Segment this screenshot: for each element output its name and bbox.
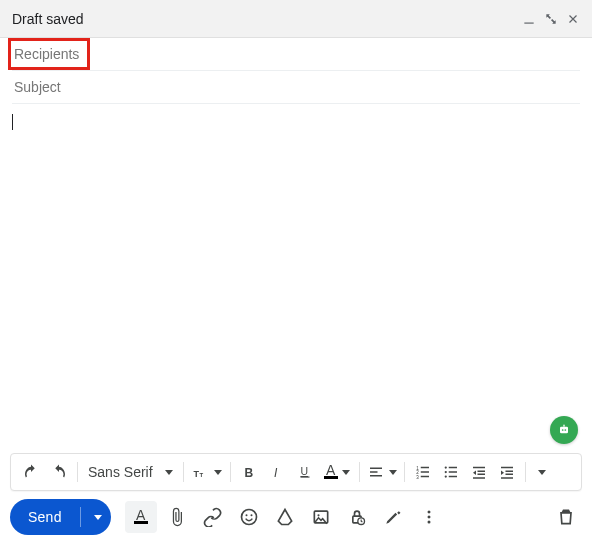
header-controls xyxy=(522,12,580,26)
toolbar-separator xyxy=(525,462,526,482)
svg-point-22 xyxy=(444,471,446,473)
svg-rect-4 xyxy=(563,425,564,427)
svg-rect-31 xyxy=(505,471,513,473)
compose-header: Draft saved xyxy=(0,0,592,38)
svg-rect-12 xyxy=(370,471,378,473)
more-options-button[interactable] xyxy=(413,501,445,533)
discard-draft-button[interactable] xyxy=(550,501,582,533)
svg-point-38 xyxy=(317,514,319,516)
svg-point-42 xyxy=(427,516,430,519)
svg-point-43 xyxy=(427,521,430,524)
svg-rect-11 xyxy=(370,468,382,470)
attach-file-button[interactable] xyxy=(161,501,193,533)
font-family-label: Sans Serif xyxy=(88,464,153,480)
svg-point-20 xyxy=(444,466,446,468)
svg-rect-17 xyxy=(420,471,428,473)
svg-point-34 xyxy=(241,510,256,525)
text-color-button[interactable]: A xyxy=(319,458,355,486)
svg-rect-10 xyxy=(300,477,309,478)
underline-button[interactable]: U xyxy=(291,458,319,486)
close-icon[interactable] xyxy=(566,12,580,26)
minimize-icon[interactable] xyxy=(522,12,536,26)
chevron-down-icon xyxy=(342,470,350,475)
svg-rect-27 xyxy=(477,471,485,473)
text-color-icon: A xyxy=(134,510,148,524)
chevron-down-icon xyxy=(538,470,546,475)
font-size-selector[interactable]: TT xyxy=(188,458,226,486)
svg-rect-21 xyxy=(448,467,456,469)
svg-point-35 xyxy=(245,514,247,516)
compose-icons: A xyxy=(125,501,445,533)
email-body[interactable] xyxy=(0,104,592,404)
undo-button[interactable] xyxy=(17,458,45,486)
insert-emoji-button[interactable] xyxy=(233,501,265,533)
insert-photo-button[interactable] xyxy=(305,501,337,533)
svg-rect-19 xyxy=(420,476,428,478)
svg-rect-25 xyxy=(448,476,456,478)
align-button[interactable] xyxy=(364,458,400,486)
subject-row xyxy=(12,71,580,104)
svg-text:T: T xyxy=(199,472,203,478)
svg-point-41 xyxy=(427,511,430,514)
chevron-down-icon xyxy=(214,470,222,475)
svg-rect-1 xyxy=(560,427,568,434)
recipients-field[interactable] xyxy=(12,38,580,70)
svg-point-3 xyxy=(564,429,566,431)
svg-rect-23 xyxy=(448,471,456,473)
svg-text:T: T xyxy=(193,469,199,479)
insert-drive-button[interactable] xyxy=(269,501,301,533)
send-button[interactable]: Send xyxy=(10,499,80,535)
send-button-group: Send xyxy=(10,499,111,535)
svg-point-24 xyxy=(444,475,446,477)
bold-button[interactable]: B xyxy=(235,458,263,486)
more-formatting-button[interactable] xyxy=(530,458,550,486)
chevron-down-icon xyxy=(94,515,102,520)
chevron-down-icon xyxy=(389,470,397,475)
insert-signature-button[interactable] xyxy=(377,501,409,533)
insert-link-button[interactable] xyxy=(197,501,229,533)
grammarly-icon[interactable] xyxy=(550,416,578,444)
header-title: Draft saved xyxy=(12,11,522,27)
svg-rect-0 xyxy=(524,22,533,23)
numbered-list-button[interactable]: 123 xyxy=(409,458,437,486)
toolbar-separator xyxy=(230,462,231,482)
subject-field[interactable] xyxy=(12,71,580,103)
svg-rect-26 xyxy=(473,467,485,469)
toolbar-separator xyxy=(183,462,184,482)
svg-text:U: U xyxy=(300,465,308,477)
chevron-down-icon xyxy=(165,470,173,475)
svg-point-2 xyxy=(562,429,564,431)
svg-rect-30 xyxy=(501,467,513,469)
svg-text:B: B xyxy=(244,466,253,480)
svg-rect-33 xyxy=(501,477,513,479)
svg-rect-15 xyxy=(420,467,428,469)
redo-button[interactable] xyxy=(45,458,73,486)
formatting-options-button[interactable]: A xyxy=(125,501,157,533)
italic-button[interactable]: I xyxy=(263,458,291,486)
svg-rect-32 xyxy=(505,474,513,476)
toolbar-separator xyxy=(404,462,405,482)
indent-less-button[interactable] xyxy=(465,458,493,486)
svg-point-36 xyxy=(250,514,252,516)
bulleted-list-button[interactable] xyxy=(437,458,465,486)
svg-text:I: I xyxy=(274,466,278,480)
compose-actions: Send A xyxy=(10,499,582,535)
svg-rect-13 xyxy=(370,475,382,477)
toolbar-separator xyxy=(77,462,78,482)
toolbar-separator xyxy=(359,462,360,482)
font-family-selector[interactable]: Sans Serif xyxy=(82,464,179,480)
recipients-row xyxy=(12,38,580,71)
text-cursor xyxy=(12,114,13,130)
confidential-mode-button[interactable] xyxy=(341,501,373,533)
fullscreen-icon[interactable] xyxy=(544,12,558,26)
svg-rect-29 xyxy=(473,477,485,479)
svg-text:3: 3 xyxy=(416,475,419,480)
indent-more-button[interactable] xyxy=(493,458,521,486)
formatting-toolbar: Sans Serif TT B I U A 123 xyxy=(10,453,582,491)
text-color-icon: A xyxy=(324,465,338,479)
svg-rect-28 xyxy=(477,474,485,476)
send-options-button[interactable] xyxy=(81,515,111,520)
